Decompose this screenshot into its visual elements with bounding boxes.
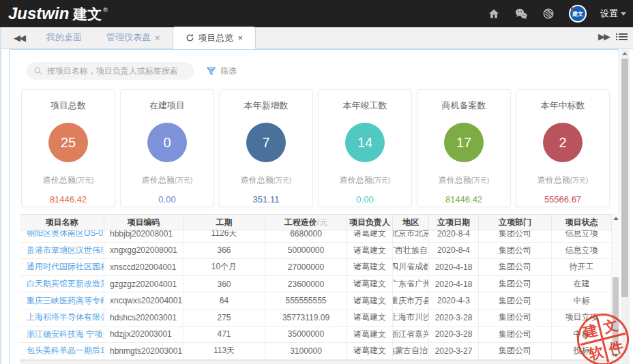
stat-card-count-circle: 7 [246, 123, 286, 162]
stat-card-0[interactable]: 项目总数25造价总额(万元)81446.42 [21, 89, 115, 207]
justwin-logo[interactable]: Justwin 建文 ® [8, 4, 108, 24]
tab-management-dashboard[interactable]: 管理仪表盘× [94, 27, 173, 48]
cell-dept: 集团公司 [479, 309, 552, 326]
tab-my-desktop[interactable]: 我的桌面 [34, 27, 94, 48]
logo-brand-text: Justwin [8, 4, 69, 23]
cell-region: 广西壮族自... [393, 243, 429, 259]
table-scroll-up-icon[interactable] [613, 217, 619, 220]
stat-card-3[interactable]: 本年竣工数14造价总额(万元)0.00 [318, 89, 412, 207]
settings-menu[interactable]: 设置 [600, 7, 626, 20]
refresh-icon[interactable] [186, 33, 194, 42]
app-window: Justwin 建文 ® [0, 0, 633, 364]
cell-duration: 10个月 [183, 259, 265, 275]
tab-close-icon[interactable]: × [155, 33, 160, 43]
table-horizontal-scrollbar[interactable] [20, 360, 620, 364]
tab-list-menu-icon[interactable] [619, 33, 628, 40]
cell-region: 上海市川沙 [393, 309, 429, 326]
stat-card-cost-value: 81446.42 [445, 194, 482, 204]
cell-status: 中标 [552, 292, 612, 309]
cell-dept: 集团公司 [479, 327, 552, 343]
cell-status: 信息立项 [552, 230, 612, 242]
stat-card-count-circle: 25 [48, 123, 88, 162]
logo-cn-text: 建文 [73, 5, 102, 24]
cell-date: 2020-4-18 [429, 276, 479, 292]
cell-code: hbnmgts202003001 [104, 343, 183, 359]
column-header-5: 地区 [393, 215, 429, 230]
tab-close-icon[interactable]: × [238, 33, 244, 43]
cell-cost: 3100000 [265, 343, 347, 359]
projects-table: 项目名称项目编码工期工程造价/元项目负责人地区立项日期立项部门项目状态 朝阳区奥… [20, 214, 620, 360]
project-name-link[interactable]: 白天鹅宾馆更新改造第一... [20, 276, 104, 292]
stat-card-cost-label: 造价总额(万元) [241, 175, 292, 186]
table-scrollbar-thumb[interactable] [613, 277, 619, 350]
cell-region: 四川省成都 [393, 259, 429, 275]
stat-card-cost-value: 351.11 [253, 194, 280, 204]
tab-label: 管理仪表盘 [106, 31, 151, 44]
project-name-link[interactable]: 包头美科单晶一期后120... [20, 343, 104, 359]
stat-card-5[interactable]: 本年中标数2造价总额(万元)55566.67 [516, 89, 610, 207]
stat-card-count-circle: 17 [444, 123, 484, 162]
stat-card-cost-label: 造价总额(万元) [538, 175, 589, 186]
page-scroll-up-icon[interactable] [622, 52, 628, 55]
tabs-scroll-right-icon[interactable]: ▶▶ [598, 31, 609, 42]
cell-code: gzgzgz202004001 [104, 276, 183, 292]
cell-date: 2020-3-27 [429, 343, 479, 359]
table-row[interactable]: 重庆三峡医药高等专科学...xncqwxs2020040016455555555… [20, 292, 620, 309]
tab-project-overview[interactable]: 项目总览× [173, 27, 256, 49]
cell-manager: 诸葛建文 [347, 276, 393, 292]
table-row[interactable]: 浙江确安科技海 宁项目辅...hdzjjx2020030014713500000… [20, 327, 620, 344]
column-header-0: 项目名称 [20, 215, 104, 230]
stat-card-2[interactable]: 本年新增数7造价总额(万元)351.11 [219, 89, 313, 207]
cell-dept: 集团公司 [479, 292, 552, 309]
filter-button[interactable]: 筛选 [206, 65, 237, 77]
table-row[interactable]: 贵港市覃塘区汉世伟现代...xngxgg20200800136650000000… [20, 243, 620, 260]
table-row[interactable]: 上海积塔半导体有限公司...hdshcs20200300127535773119… [20, 309, 620, 327]
column-header-7: 立项部门 [479, 215, 552, 230]
home-icon[interactable] [487, 7, 501, 20]
top-header-bar: Justwin 建文 ® [0, 0, 633, 27]
cell-dept: 集团公司 [479, 343, 552, 359]
stat-card-cost-label: 造价总额(万元) [439, 175, 490, 186]
cell-duration: 360 [183, 276, 265, 292]
user-avatar[interactable]: 建文 [569, 5, 587, 22]
table-row[interactable]: 通用时代国际社区园林景...xnsccd20200400110个月2700000… [20, 259, 620, 276]
cell-duration: 366 [183, 243, 265, 259]
cell-code: xngxgg202008001 [104, 243, 183, 259]
cell-cost: 35773119.09 [265, 309, 347, 326]
stat-card-count-circle: 14 [345, 123, 385, 162]
stat-card-title: 本年中标数 [541, 100, 585, 112]
cell-code: hbbjbj202008001 [104, 230, 183, 242]
page-scrollbar-thumb[interactable] [621, 59, 628, 297]
cell-cost: 23600000 [265, 276, 347, 292]
project-name-link[interactable]: 浙江确安科技海 宁项目辅... [20, 327, 104, 343]
stat-card-cost-label: 造价总额(万元) [340, 175, 391, 186]
cell-manager: 诸葛建文 [347, 309, 393, 326]
table-row[interactable]: 白天鹅宾馆更新改造第一...gzgzgz20200400136023600000… [20, 276, 620, 293]
project-name-link[interactable]: 贵港市覃塘区汉世伟现代... [20, 243, 104, 259]
stat-card-1[interactable]: 在建项目0造价总额(万元)0.00 [120, 89, 214, 207]
project-name-link[interactable]: 重庆三峡医药高等专科学... [20, 292, 104, 309]
project-name-link[interactable]: 朝阳区奥体南区OS-02地... [20, 230, 104, 242]
cell-cost: 50000000 [265, 243, 347, 259]
chevron-down-icon [621, 12, 626, 16]
globe-icon[interactable] [542, 7, 555, 20]
cell-manager: 诸葛建文 [347, 230, 393, 242]
project-name-link[interactable]: 通用时代国际社区园林景... [20, 259, 104, 275]
table-row[interactable]: 朝阳区奥体南区OS-02地...hbbjbj2020080011126天6680… [20, 230, 620, 243]
stat-card-cost-value: 55566.67 [544, 194, 581, 204]
cell-cost: 27000000 [265, 259, 347, 275]
wechat-message-icon[interactable] [514, 7, 528, 20]
search-input[interactable] [47, 66, 187, 76]
cell-date: 2020-3-28 [429, 309, 479, 326]
cell-status: 项目立项 [552, 309, 612, 326]
search-box [27, 62, 194, 80]
cell-region: 广东省广州 [393, 276, 429, 292]
table-row[interactable]: 包头美科单晶一期后120...hbnmgts202003001113天31000… [20, 343, 620, 360]
stat-card-4[interactable]: 商机备案数17造价总额(万元)81446.42 [417, 89, 511, 207]
filter-funnel-icon [206, 66, 216, 76]
cell-status: 信息立项 [552, 243, 612, 259]
stat-card-cost-value: 0.00 [158, 194, 175, 204]
table-scroll-down-icon[interactable] [613, 354, 619, 357]
tabs-scroll-left-icon[interactable]: ◀◀ [0, 33, 34, 48]
project-name-link[interactable]: 上海积塔半导体有限公司... [20, 309, 104, 326]
